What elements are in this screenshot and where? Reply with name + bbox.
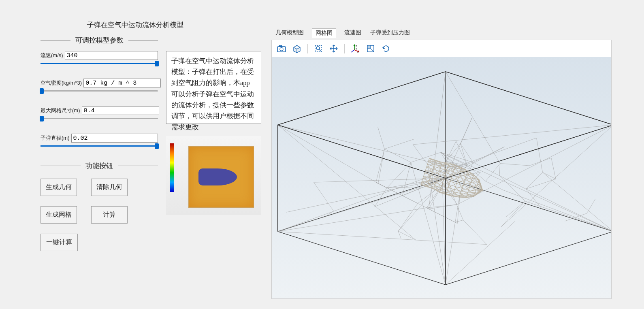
svg-line-114 [278, 208, 426, 231]
mesh-size-slider[interactable] [41, 116, 158, 121]
left-panel: 子弹在空气中运动流体分析模型 可调控模型参数 流速(m/s) [0, 0, 271, 309]
svg-line-136 [278, 187, 422, 231]
svg-line-240 [439, 171, 446, 173]
svg-line-69 [426, 205, 457, 208]
svg-line-37 [457, 194, 460, 224]
reset-rotation-icon[interactable] [380, 42, 392, 55]
param-diameter: 子弹直径(m) [41, 134, 158, 149]
right-panel: 几何模型图 网格图 流速图 子弹受到压力图 [271, 0, 644, 309]
svg-line-86 [499, 176, 526, 189]
pan-arrows-icon[interactable] [327, 42, 340, 55]
buttons-heading-divider: 功能按钮 [41, 161, 158, 170]
toolbar-separator [307, 44, 308, 53]
tab-geometry[interactable]: 几何模型图 [275, 28, 305, 38]
svg-line-44 [398, 231, 416, 240]
one-click-compute-button[interactable]: 一键计算 [41, 234, 78, 251]
svg-line-112 [286, 178, 446, 212]
air-density-input[interactable] [83, 79, 161, 87]
svg-line-63 [378, 127, 385, 149]
svg-line-145 [421, 183, 428, 187]
zoom-extents-icon[interactable] [312, 42, 325, 55]
svg-line-50 [446, 161, 467, 166]
diameter-input[interactable] [71, 134, 158, 143]
result-thumbnail [166, 136, 261, 215]
svg-line-59 [398, 203, 418, 231]
svg-line-10 [351, 50, 354, 52]
svg-line-84 [461, 143, 473, 162]
svg-line-35 [537, 138, 543, 173]
description-box: 子弹在空气中运动流体分析模型：子弹在打出后，在受到空气阻力的影响，本app可以分… [166, 51, 261, 124]
svg-line-143 [421, 183, 422, 185]
mesh-size-input[interactable] [82, 106, 159, 115]
params-heading: 可调控模型参数 [75, 36, 124, 45]
svg-line-88 [526, 172, 542, 189]
svg-line-126 [457, 125, 611, 205]
svg-line-122 [442, 185, 446, 285]
svg-line-104 [463, 220, 487, 244]
svg-line-343 [449, 178, 458, 187]
viewer-panel: zyx [271, 40, 612, 299]
svg-line-101 [473, 147, 504, 162]
svg-line-127 [278, 125, 378, 183]
compute-button[interactable]: 计算 [91, 206, 128, 224]
view-plane-icon[interactable] [364, 42, 377, 55]
svg-line-472 [468, 190, 475, 194]
thumbnail-bullet [198, 168, 237, 185]
svg-line-55 [500, 164, 529, 166]
param-label: 子弹直径(m) [41, 134, 70, 142]
app-root: 子弹在空气中运动流体分析模型 可调控模型参数 流速(m/s) [0, 0, 644, 309]
print-box-icon[interactable] [290, 42, 303, 55]
svg-line-531 [278, 125, 446, 178]
air-density-slider[interactable] [41, 88, 158, 94]
svg-line-103 [376, 182, 402, 196]
colorbar-icon [170, 143, 174, 192]
svg-line-115 [501, 125, 611, 226]
svg-line-172 [426, 164, 434, 172]
svg-line-53 [499, 164, 500, 176]
svg-line-56 [314, 182, 334, 211]
svg-line-164 [429, 158, 430, 160]
mesh-canvas[interactable] [272, 57, 611, 298]
generate-mesh-button[interactable]: 生成网格 [41, 206, 77, 224]
tab-mesh[interactable]: 网格图 [312, 28, 336, 38]
divider-line [118, 166, 158, 166]
svg-line-80 [506, 201, 525, 217]
buttons-grid: 生成几何 清除几何 生成网格 计算 [41, 179, 158, 224]
svg-point-4 [316, 47, 320, 50]
svg-line-17 [446, 232, 611, 285]
svg-line-175 [424, 170, 432, 178]
param-air-density: 空气密度(kg/m^3) [41, 79, 158, 94]
divider-line [41, 40, 70, 40]
tab-pressure[interactable]: 子弹受到压力图 [369, 28, 411, 38]
diameter-slider[interactable] [41, 143, 158, 149]
divider-line [41, 25, 82, 25]
velocity-input[interactable] [65, 51, 158, 60]
divider-line [188, 25, 200, 25]
param-label: 流速(m/s) [41, 52, 63, 59]
param-label: 空气密度(kg/m^3) [41, 79, 82, 87]
velocity-slider[interactable] [41, 61, 158, 66]
svg-line-118 [446, 222, 455, 285]
svg-line-173 [424, 170, 426, 176]
svg-line-64 [378, 149, 385, 183]
svg-point-1 [280, 47, 283, 51]
generate-geometry-button[interactable]: 生成几何 [41, 179, 77, 196]
svg-line-318 [448, 188, 454, 190]
param-velocity: 流速(m/s) [41, 51, 158, 66]
svg-line-62 [384, 139, 414, 149]
svg-line-18 [278, 232, 446, 285]
tab-velocity[interactable]: 流速图 [343, 28, 362, 38]
param-label: 最大网格尺寸(m) [41, 107, 80, 114]
svg-line-135 [446, 221, 515, 285]
controls-row: 流速(m/s) 空气密度(kg/m^3) [41, 51, 271, 251]
svg-line-132 [543, 172, 611, 231]
svg-line-65 [376, 149, 384, 182]
screenshot-icon[interactable] [275, 42, 288, 55]
svg-line-109 [446, 72, 500, 164]
svg-line-77 [455, 194, 460, 222]
main-title: 子弹在空气中运动流体分析模型 [87, 20, 183, 30]
clear-geometry-button[interactable]: 清除几何 [91, 179, 128, 196]
side-column: 子弹在空气中运动流体分析模型：子弹在打出后，在受到空气阻力的影响，本app可以分… [166, 51, 261, 215]
axes-xyz-icon[interactable]: zyx [349, 42, 362, 55]
svg-line-16 [446, 178, 611, 232]
